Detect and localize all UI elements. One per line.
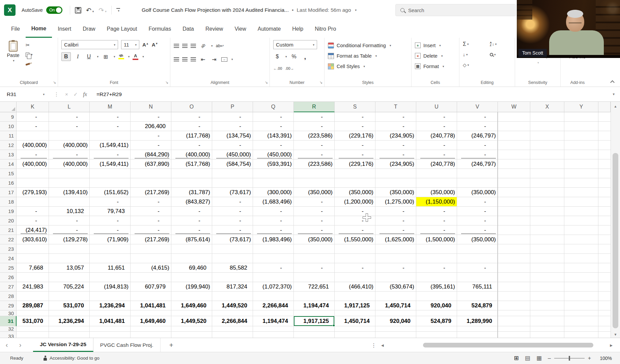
insert-function-icon[interactable]: fx	[83, 91, 87, 97]
cell-X33[interactable]	[530, 332, 564, 338]
cell-K11[interactable]	[17, 131, 49, 141]
row-header-24[interactable]: 24	[0, 254, 17, 263]
align-top-icon[interactable]	[174, 44, 179, 48]
zoom-slider-thumb[interactable]	[569, 356, 570, 361]
cell-S12[interactable]: -	[335, 141, 375, 150]
cell-V21[interactable]: -	[457, 225, 498, 235]
cell-W31[interactable]	[498, 316, 530, 326]
zoom-slider[interactable]	[554, 358, 585, 359]
cell-X25[interactable]	[530, 263, 564, 273]
cell-W23[interactable]	[498, 244, 530, 254]
cell-K15[interactable]	[17, 169, 49, 178]
cell-P9[interactable]: -	[212, 112, 253, 122]
cell-L27[interactable]: 705,224	[49, 282, 90, 292]
cell-T23[interactable]	[375, 244, 416, 254]
decrease-indent-icon[interactable]: ⇤	[199, 55, 207, 64]
cell-M16[interactable]	[90, 178, 131, 188]
cell-W26[interactable]	[498, 273, 530, 282]
cell-X18[interactable]	[530, 197, 564, 207]
cell-L20[interactable]: -	[49, 216, 90, 225]
cell-T17[interactable]: (350,000)	[375, 188, 416, 197]
cell-W17[interactable]	[498, 188, 530, 197]
fill-button[interactable]: ↓▾	[463, 51, 484, 59]
align-bottom-icon[interactable]	[191, 44, 196, 48]
cell-P15[interactable]	[212, 169, 253, 178]
sheet-nav-left-icon[interactable]: ‹	[0, 338, 13, 352]
cell-L11[interactable]	[49, 131, 90, 141]
cell-M30[interactable]	[90, 310, 131, 316]
cell-Y15[interactable]	[564, 169, 598, 178]
cell-Q33[interactable]	[253, 332, 294, 338]
cell-M22[interactable]: (71,909)	[90, 235, 131, 244]
cell-O17[interactable]: (31,787)	[171, 188, 212, 197]
cell-L29[interactable]: 531,070	[49, 301, 90, 310]
cell-V25[interactable]: -	[457, 263, 498, 273]
find-select-button[interactable]: ▾	[490, 51, 511, 59]
cell-K22[interactable]: (303,610)	[17, 235, 49, 244]
cell-T32[interactable]	[375, 326, 416, 332]
cell-Y26[interactable]	[564, 273, 598, 282]
cell-K32[interactable]	[17, 326, 49, 332]
cell-S32[interactable]	[335, 326, 375, 332]
cell-W20[interactable]	[498, 216, 530, 225]
cell-Y33[interactable]	[564, 332, 598, 338]
horizontal-scrollbar[interactable]: ◀ ▶	[381, 338, 613, 352]
cell-V26[interactable]	[457, 273, 498, 282]
cell-X13[interactable]	[530, 150, 564, 159]
cell-Y16[interactable]	[564, 178, 598, 188]
row-header-18[interactable]: 18	[0, 197, 17, 207]
cell-O10[interactable]: -	[171, 122, 212, 131]
cell-M25[interactable]: 11,651	[90, 263, 131, 273]
zoom-out-icon[interactable]: –	[548, 355, 551, 361]
tab-view[interactable]: View	[229, 20, 252, 38]
cell-W10[interactable]	[498, 122, 530, 131]
save-icon[interactable]	[75, 7, 81, 13]
column-header-N[interactable]: N	[131, 102, 171, 112]
row-header-19[interactable]: 19	[0, 207, 17, 216]
cell-R19[interactable]: -	[294, 207, 335, 216]
column-header-W[interactable]: W	[498, 102, 530, 112]
font-dialog-launcher-icon[interactable]: ↘	[165, 80, 168, 85]
cell-S15[interactable]	[335, 169, 375, 178]
cell-R23[interactable]	[294, 244, 335, 254]
cell-Y9[interactable]	[564, 112, 598, 122]
cell-Q9[interactable]: -	[253, 112, 294, 122]
cell-T12[interactable]: -	[375, 141, 416, 150]
row-header-13[interactable]: 13	[0, 150, 17, 159]
cell-V33[interactable]	[457, 332, 498, 338]
cancel-entry-icon[interactable]: ×	[65, 91, 68, 97]
increase-font-size-icon[interactable]: A▲	[142, 42, 149, 48]
cell-Q30[interactable]	[253, 310, 294, 316]
cell-R29[interactable]: 1,194,474	[294, 301, 335, 310]
cell-S18[interactable]: (1,200,000)	[335, 197, 375, 207]
cell-L25[interactable]: 13,057	[49, 263, 90, 273]
cell-L28[interactable]	[49, 292, 90, 301]
cell-O23[interactable]	[171, 244, 212, 254]
cell-Y11[interactable]	[564, 131, 598, 141]
alignment-dialog-launcher-icon[interactable]: ↘	[265, 80, 268, 85]
tab-home[interactable]: Home	[26, 20, 52, 38]
expand-formula-bar-icon[interactable]: ▾	[613, 92, 615, 96]
cell-O26[interactable]	[171, 273, 212, 282]
cell-V15[interactable]	[457, 169, 498, 178]
cell-O33[interactable]	[171, 332, 212, 338]
insert-cells-button[interactable]: + Insert▾	[415, 40, 456, 51]
cell-S17[interactable]: (350,000)	[335, 188, 375, 197]
cell-Y17[interactable]	[564, 188, 598, 197]
cell-M10[interactable]: -	[90, 122, 131, 131]
cell-X31[interactable]	[530, 316, 564, 326]
cell-Q20[interactable]: -	[253, 216, 294, 225]
column-header-K[interactable]: K	[17, 102, 49, 112]
orientation-icon[interactable]: ab	[197, 40, 209, 52]
cell-S13[interactable]: -	[335, 150, 375, 159]
cell-S26[interactable]	[335, 273, 375, 282]
cell-P18[interactable]: -	[212, 197, 253, 207]
cell-U19[interactable]: -	[416, 207, 457, 216]
vertical-scrollbar[interactable]: ▲ ▼	[611, 102, 620, 338]
cell-N22[interactable]: (217,269)	[131, 235, 171, 244]
cell-T9[interactable]: -	[375, 112, 416, 122]
cell-R30[interactable]	[294, 310, 335, 316]
cell-W30[interactable]	[498, 310, 530, 316]
format-cells-button[interactable]: ▦ Format▾	[415, 61, 456, 71]
cell-T20[interactable]: -	[375, 216, 416, 225]
